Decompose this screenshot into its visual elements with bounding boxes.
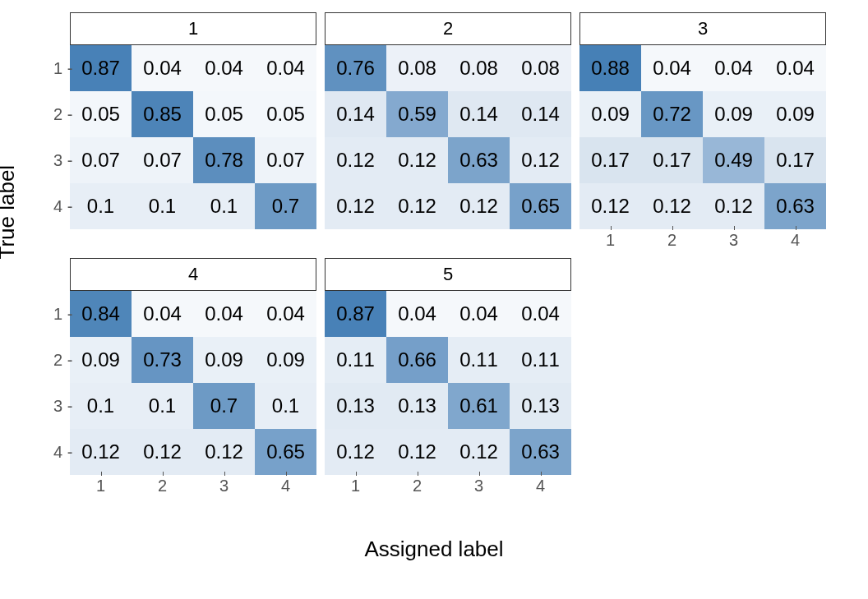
heatmap-cell: 0.14 bbox=[325, 91, 386, 137]
heatmap: 0.840.040.040.040.090.730.090.090.10.10.… bbox=[70, 291, 316, 475]
y-ticks: 1 -2 -3 -4 - bbox=[53, 291, 72, 475]
heatmap-cell: 0.13 bbox=[386, 383, 448, 429]
heatmap: 0.880.040.040.040.090.720.090.090.170.17… bbox=[579, 45, 826, 229]
heatmap-cell: 0.12 bbox=[448, 183, 510, 229]
heatmap-cell: 0.65 bbox=[510, 183, 571, 229]
x-tick: 4 bbox=[510, 477, 571, 495]
heatmap-cell: 0.7 bbox=[193, 383, 255, 429]
x-ticks: 1234 bbox=[70, 477, 316, 495]
x-tick: 2 bbox=[386, 477, 448, 495]
heatmap-cell: 0.11 bbox=[448, 337, 510, 383]
heatmap-cell: 0.59 bbox=[386, 91, 448, 137]
heatmap-cell: 0.14 bbox=[448, 91, 510, 137]
heatmap-cell: 0.04 bbox=[764, 45, 826, 91]
heatmap-cell: 0.04 bbox=[132, 291, 193, 337]
heatmap-cell: 0.04 bbox=[193, 291, 255, 337]
heatmap-cell: 0.84 bbox=[70, 291, 132, 337]
panel-1: 1 -2 -3 -4 -10.870.040.040.040.050.850.0… bbox=[70, 12, 316, 250]
heatmap-cell: 0.08 bbox=[386, 45, 448, 91]
heatmap-cell: 0.12 bbox=[386, 183, 448, 229]
x-ticks: 1234 bbox=[325, 477, 571, 495]
heatmap-cell: 0.1 bbox=[132, 183, 193, 229]
heatmap-cell: 0.07 bbox=[255, 137, 316, 183]
y-tick: 2 - bbox=[53, 91, 72, 137]
heatmap-cell: 0.63 bbox=[510, 429, 571, 475]
x-tick: 3 bbox=[193, 477, 255, 495]
y-tick: 4 - bbox=[53, 429, 72, 475]
heatmap-cell: 0.08 bbox=[510, 45, 571, 91]
heatmap-cell: 0.04 bbox=[255, 45, 316, 91]
heatmap-cell: 0.11 bbox=[325, 337, 386, 383]
heatmap-cell: 0.63 bbox=[448, 137, 510, 183]
heatmap-cell: 0.14 bbox=[510, 91, 571, 137]
heatmap-cell: 0.04 bbox=[132, 45, 193, 91]
heatmap-cell: 0.12 bbox=[703, 183, 764, 229]
heatmap-cell: 0.87 bbox=[325, 291, 386, 337]
y-tick: 1 - bbox=[53, 45, 72, 91]
y-ticks: 1 -2 -3 -4 - bbox=[53, 45, 72, 229]
heatmap-cell: 0.12 bbox=[579, 183, 641, 229]
panel-header: 2 bbox=[325, 12, 571, 45]
heatmap: 0.870.040.040.040.050.850.050.050.070.07… bbox=[70, 45, 316, 229]
y-tick: 2 - bbox=[53, 337, 72, 383]
heatmap-cell: 0.61 bbox=[448, 383, 510, 429]
panel-3: 30.880.040.040.040.090.720.090.090.170.1… bbox=[579, 12, 826, 250]
heatmap-cell: 0.12 bbox=[386, 137, 448, 183]
x-tick: 2 bbox=[132, 477, 193, 495]
panel-header: 4 bbox=[70, 258, 316, 291]
x-tick: 1 bbox=[325, 477, 386, 495]
heatmap-cell: 0.04 bbox=[448, 291, 510, 337]
heatmap-cell: 0.05 bbox=[70, 91, 132, 137]
heatmap-cell: 0.04 bbox=[386, 291, 448, 337]
heatmap-cell: 0.63 bbox=[764, 183, 826, 229]
heatmap-cell: 0.04 bbox=[703, 45, 764, 91]
x-tick: 3 bbox=[703, 231, 764, 250]
heatmap-cell: 0.1 bbox=[193, 183, 255, 229]
heatmap-cell: 0.09 bbox=[255, 337, 316, 383]
heatmap-cell: 0.05 bbox=[193, 91, 255, 137]
y-tick: 3 - bbox=[53, 137, 72, 183]
heatmap: 0.870.040.040.040.110.660.110.110.130.13… bbox=[325, 291, 571, 475]
panel-5: 50.870.040.040.040.110.660.110.110.130.1… bbox=[325, 258, 571, 495]
x-ticks: 1234 bbox=[579, 231, 826, 250]
heatmap-cell: 0.09 bbox=[703, 91, 764, 137]
heatmap-cell: 0.73 bbox=[132, 337, 193, 383]
heatmap-cell: 0.7 bbox=[255, 183, 316, 229]
heatmap-cell: 0.17 bbox=[641, 137, 703, 183]
heatmap-cell: 0.12 bbox=[70, 429, 132, 475]
panel-header: 1 bbox=[70, 12, 316, 45]
heatmap-cell: 0.65 bbox=[255, 429, 316, 475]
heatmap-cell: 0.49 bbox=[703, 137, 764, 183]
heatmap-cell: 0.12 bbox=[641, 183, 703, 229]
heatmap-cell: 0.11 bbox=[510, 337, 571, 383]
heatmap-cell: 0.76 bbox=[325, 45, 386, 91]
x-axis-label: Assigned label bbox=[0, 537, 868, 562]
heatmap-cell: 0.04 bbox=[641, 45, 703, 91]
heatmap-cell: 0.12 bbox=[448, 429, 510, 475]
heatmap-cell: 0.04 bbox=[510, 291, 571, 337]
chart-area: 1 -2 -3 -4 -10.870.040.040.040.050.850.0… bbox=[70, 12, 860, 495]
heatmap-cell: 0.78 bbox=[193, 137, 255, 183]
heatmap-cell: 0.09 bbox=[193, 337, 255, 383]
heatmap-cell: 0.87 bbox=[70, 45, 132, 91]
heatmap-cell: 0.09 bbox=[70, 337, 132, 383]
heatmap-cell: 0.1 bbox=[70, 383, 132, 429]
heatmap-cell: 0.12 bbox=[325, 429, 386, 475]
heatmap-cell: 0.08 bbox=[448, 45, 510, 91]
panel-header: 3 bbox=[579, 12, 826, 45]
heatmap-cell: 0.88 bbox=[579, 45, 641, 91]
y-tick: 3 - bbox=[53, 383, 72, 429]
heatmap-cell: 0.1 bbox=[132, 383, 193, 429]
x-tick: 3 bbox=[448, 477, 510, 495]
panel-4: 1 -2 -3 -4 -40.840.040.040.040.090.730.0… bbox=[70, 258, 316, 495]
heatmap-cell: 0.17 bbox=[579, 137, 641, 183]
heatmap-cell: 0.12 bbox=[193, 429, 255, 475]
heatmap-cell: 0.09 bbox=[579, 91, 641, 137]
heatmap-cell: 0.13 bbox=[510, 383, 571, 429]
heatmap-cell: 0.05 bbox=[255, 91, 316, 137]
heatmap: 0.760.080.080.080.140.590.140.140.120.12… bbox=[325, 45, 571, 229]
heatmap-cell: 0.85 bbox=[132, 91, 193, 137]
heatmap-cell: 0.04 bbox=[255, 291, 316, 337]
heatmap-cell: 0.1 bbox=[70, 183, 132, 229]
heatmap-cell: 0.66 bbox=[386, 337, 448, 383]
